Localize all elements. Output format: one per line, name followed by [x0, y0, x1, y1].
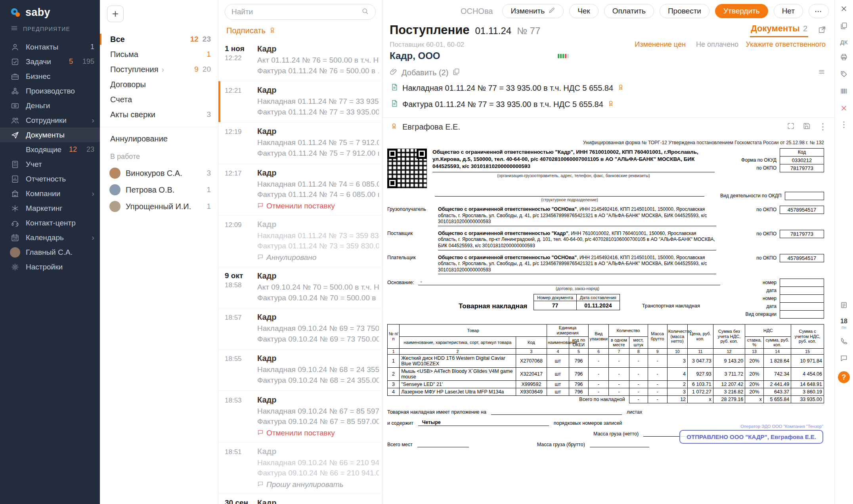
chat-icon[interactable] — [840, 354, 848, 364]
col-sum-wo-nds: Сумма без учета НДС, руб. коп. — [713, 325, 745, 349]
list-item[interactable]: 18:57КадрНакладная 09.10.24 № 69 = 73 75… — [218, 308, 382, 349]
attachment-row[interactable]: Накладная 01.11.24 № 77 = 33 935.00 в т.… — [383, 80, 834, 96]
import-icon[interactable] — [452, 68, 460, 78]
add-attachment-link[interactable]: Добавить (2) — [402, 68, 448, 77]
list-item[interactable]: 12:21КадрНакладная 01.11.24 № 77 = 33 93… — [218, 81, 382, 122]
sidebar-item-contacts[interactable]: Контакты 1 — [0, 40, 100, 54]
barcode-icon[interactable] — [840, 87, 848, 97]
printer-icon[interactable] — [840, 53, 848, 63]
phone-icon[interactable] — [840, 337, 848, 347]
sidebar-item-label: Календарь — [26, 233, 83, 242]
pages-icon[interactable] — [840, 22, 848, 31]
save-icon[interactable] — [803, 122, 811, 132]
list-item-line: Фактура 01.11.24 № 74 = 6 085.00 в… — [257, 189, 379, 200]
sidebar-item-calendar[interactable]: 18 Календарь › — [0, 230, 100, 245]
enterprise-menu[interactable]: ПРЕДПРИЯТИЕ — [0, 21, 100, 40]
kebab-menu-icon[interactable]: ⋮ — [840, 121, 848, 128]
list-item[interactable]: 18:55КадрНакладная 09.10.24 № 68 = 24 35… — [218, 349, 382, 391]
tab-documents[interactable]: Документы 2 — [750, 23, 808, 37]
signer-name[interactable]: Евграфова Е.Е. — [402, 122, 460, 132]
sidebar-item-money[interactable]: Деньги — [0, 98, 100, 113]
filter-item-invoices[interactable]: Счета — [100, 92, 218, 107]
assign-responsible-link[interactable]: Укажите ответственного — [746, 40, 826, 49]
list-item[interactable]: 12:17КадрНакладная 01.11.24 № 74 = 6 085… — [218, 164, 382, 216]
goods-row: 1Жесткий диск HDD 1Тб Western Digital Ca… — [388, 354, 824, 367]
tab-label: Документы — [751, 23, 800, 34]
list-item-time: 12:21 — [225, 87, 257, 95]
sidebar-item-companies[interactable]: Компании › — [0, 186, 100, 201]
more-button[interactable]: ⋯ — [809, 4, 829, 18]
attachment-row[interactable]: Фактура 01.11.24 № 77 = 33 935.00 в т.ч.… — [383, 96, 834, 113]
list-item[interactable]: 12:19КадрНакладная 01.11.24 № 75 = 7 912… — [218, 122, 382, 164]
help-button[interactable]: ? — [838, 371, 850, 383]
list-item-line: Накладная 09.10.24 № 67 = 85 597… — [257, 406, 379, 417]
goods-colnum: 9 — [648, 348, 667, 354]
receipt-button[interactable]: Чек — [569, 4, 599, 18]
attachments-menu-icon[interactable] — [818, 68, 826, 78]
col-sum-with-nds: Сумма с учетом НДС, руб. коп. — [791, 325, 824, 349]
sidebar-item-incoming[interactable]: Входящие 12 23 — [0, 142, 100, 157]
sidebar-item-employees[interactable]: Сотрудники › — [0, 113, 100, 128]
search-icon[interactable] — [361, 7, 369, 17]
list-item-title: Кадр — [257, 220, 379, 229]
sidebar-item-tasks[interactable]: Задачи 5 195 — [0, 54, 100, 69]
tag-icon[interactable] — [840, 70, 848, 80]
sidebar-item-documents[interactable]: Документы — [0, 128, 100, 142]
no-button[interactable]: Нет — [774, 4, 803, 18]
goods-cell: 10 971.84 — [791, 354, 824, 367]
list-item[interactable]: 12:09КадрНакладная 01.11.24 № 73 = 359 8… — [218, 216, 382, 267]
post-button[interactable]: Провести — [660, 4, 710, 18]
filter-item-reconciliation[interactable]: Акты сверки 3 — [100, 107, 218, 122]
sidebar-item-settings[interactable]: Настройки — [0, 260, 100, 274]
in-work-person[interactable]: Петрова О.В. 1 — [100, 181, 218, 198]
sidebar-item-marketing[interactable]: Маркетинг — [0, 201, 100, 216]
edit-button[interactable]: Изменить — [502, 4, 564, 18]
filter-item-annulment[interactable]: Аннулирование — [100, 131, 218, 146]
in-work-person[interactable]: Винокуров С.А. 3 — [100, 165, 218, 181]
filter-item-all[interactable]: Все 12 23 — [100, 32, 218, 47]
saby-logo[interactable]: saby — [0, 0, 100, 21]
sidebar-item-label: Производство — [26, 87, 94, 95]
sidebar-item-reporting[interactable]: Отчетность — [0, 172, 100, 186]
close-icon[interactable] — [840, 5, 848, 14]
kebab-menu-icon[interactable]: ⋮ — [819, 122, 827, 132]
filter-label: Договоры — [110, 80, 146, 89]
org-name[interactable]: ОСНОва — [461, 7, 493, 16]
notes-icon[interactable] — [840, 301, 848, 311]
filter-item-contracts[interactable]: Договоры — [100, 77, 218, 92]
list-item[interactable]: 18:53КадрНакладная 09.10.24 № 67 = 85 59… — [218, 391, 382, 443]
sidebar-item-production[interactable]: Производство — [0, 84, 100, 98]
list-item-line: Фактура 01.11.24 № 76 = 500.00 в … — [257, 66, 379, 76]
list-item[interactable]: 18:51КадрНакладная 09.10.24 № 66 = 210 9… — [218, 443, 382, 494]
fullscreen-icon[interactable] — [787, 122, 795, 132]
in-work-person[interactable]: Упрощенный И.И. 1 — [100, 198, 218, 215]
calendar-widget[interactable]: 18 пн — [840, 318, 847, 330]
comment-bubble-icon — [257, 429, 264, 437]
pay-button[interactable]: Оплатить — [604, 4, 654, 18]
filter-item-receipts[interactable]: Поступления › 9 20 — [100, 62, 218, 77]
hamburger-icon[interactable] — [10, 24, 18, 33]
add-document-button[interactable]: + — [107, 6, 124, 22]
list-item[interactable]: 9 окт18:58КадрАкт 09.10.24 № 70 = 500.00… — [218, 267, 382, 308]
goods-cell: 643.37 — [764, 388, 791, 395]
sidebar-item-hot-count: 12 — [69, 145, 77, 154]
supplier-name[interactable]: Кадр, ООО — [390, 50, 440, 61]
list-item[interactable]: 30 сен12:01КадрПрошу подготовить и присл… — [218, 494, 382, 504]
dk-button[interactable]: ДК — [840, 39, 848, 46]
sidebar-item-accounting[interactable]: Учет — [0, 157, 100, 172]
sidebar-item-contact-center[interactable]: Контакт-центр — [0, 216, 100, 230]
document-form-icon[interactable] — [818, 25, 826, 37]
list-item-line: Накладная 01.11.24 № 77 = 33 935… — [257, 96, 379, 107]
list-item[interactable]: 1 ноя12:22КадрАкт 01.11.24 № 76 = 500.00… — [218, 40, 382, 81]
price-change-link[interactable]: Изменение цен — [635, 40, 686, 49]
goods-total-cell: 28 279.16 — [713, 395, 745, 403]
approve-button[interactable]: Утвердить — [715, 4, 768, 18]
search-box[interactable] — [225, 4, 376, 20]
sidebar-item-business[interactable]: Бизнес — [0, 69, 100, 84]
reject-icon[interactable] — [840, 104, 848, 114]
sign-link[interactable]: Подписать — [226, 26, 266, 35]
calendar-weekday: пн — [840, 325, 847, 330]
search-input[interactable] — [231, 8, 361, 16]
filter-item-letters[interactable]: Письма 1 — [100, 47, 218, 62]
sidebar-item-profile[interactable]: Главный С.А. — [0, 245, 100, 260]
